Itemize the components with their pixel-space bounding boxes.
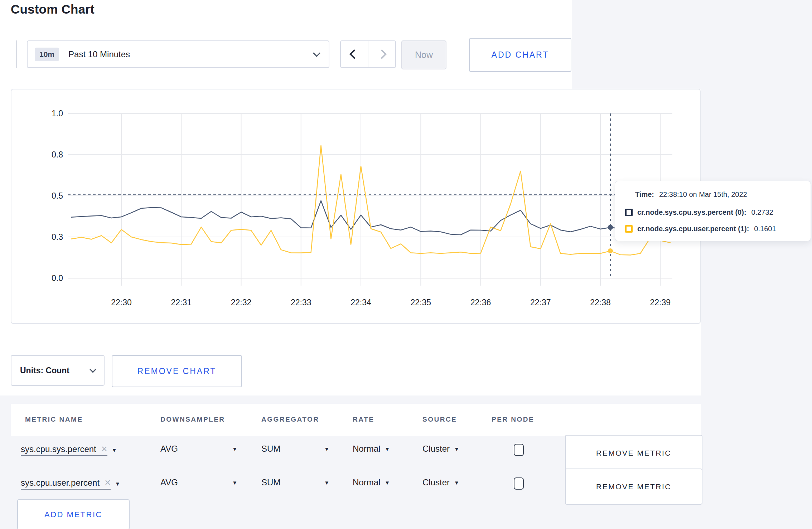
time-step-buttons bbox=[340, 40, 396, 68]
source-select[interactable]: Cluster ▼ bbox=[422, 477, 459, 487]
time-range-select[interactable]: 10m Past 10 Minutes bbox=[27, 40, 329, 68]
caret-down-icon: ▼ bbox=[385, 480, 390, 486]
metric-name: sys.cpu.sys.percent bbox=[21, 444, 96, 454]
units-select[interactable]: Units: Count bbox=[11, 355, 105, 386]
caret-down-icon: ▼ bbox=[232, 446, 237, 452]
aggregator-select[interactable]: SUM ▼ bbox=[261, 444, 329, 454]
tooltip-time-label: Time: bbox=[635, 190, 654, 199]
time-range-label: Past 10 Minutes bbox=[68, 49, 130, 59]
chevron-right-icon bbox=[377, 49, 387, 59]
metric-row: sys.cpu.sys.percent × ▼ AVG ▼ SUM ▼ Norm… bbox=[11, 434, 701, 467]
chevron-down-icon bbox=[313, 49, 320, 57]
aggregator-value: SUM bbox=[261, 477, 280, 487]
caret-down-icon: ▼ bbox=[112, 447, 117, 453]
downsampler-select[interactable]: AVG ▼ bbox=[160, 477, 237, 487]
caret-down-icon: ▼ bbox=[115, 481, 120, 487]
now-button[interactable]: Now bbox=[401, 40, 446, 69]
table-header-aggregator: AGGREGATOR bbox=[261, 416, 319, 423]
custom-chart-page: Custom Chart 10m Past 10 Minutes Now ADD… bbox=[0, 0, 812, 529]
toolbar-divider bbox=[16, 40, 17, 68]
rate-select[interactable]: Normal ▼ bbox=[353, 477, 390, 487]
remove-chart-button[interactable]: REMOVE CHART bbox=[112, 355, 242, 387]
downsampler-select[interactable]: AVG ▼ bbox=[160, 444, 237, 454]
source-select[interactable]: Cluster ▼ bbox=[422, 444, 459, 454]
metrics-table-header: METRIC NAME DOWNSAMPLER AGGREGATOR RATE … bbox=[11, 404, 701, 436]
downsampler-value: AVG bbox=[160, 444, 178, 454]
table-header-source: SOURCE bbox=[422, 416, 457, 423]
rate-value: Normal bbox=[353, 444, 380, 454]
metric-name-select[interactable]: sys.cpu.sys.percent × ▼ bbox=[21, 444, 117, 456]
next-time-button[interactable] bbox=[368, 41, 395, 67]
units-label: Units: Count bbox=[20, 366, 69, 375]
series-swatch-sys bbox=[625, 209, 633, 216]
caret-down-icon: ▼ bbox=[324, 480, 329, 486]
tooltip-series-value: 0.1601 bbox=[754, 225, 776, 233]
table-header-per-node: PER NODE bbox=[492, 416, 534, 423]
rate-value: Normal bbox=[353, 477, 380, 487]
tooltip-series-label: cr.node.sys.cpu.sys.percent (0): bbox=[637, 208, 746, 217]
chevron-down-icon bbox=[90, 366, 96, 373]
rate-select[interactable]: Normal ▼ bbox=[353, 444, 390, 454]
table-header-metric-name: METRIC NAME bbox=[25, 416, 83, 423]
tooltip-series-row: cr.node.sys.cpu.sys.percent (0): 0.2732 bbox=[625, 208, 773, 217]
per-node-checkbox[interactable] bbox=[514, 444, 524, 456]
metric-name-select[interactable]: sys.cpu.user.percent × ▼ bbox=[21, 477, 120, 490]
metric-row: sys.cpu.user.percent × ▼ AVG ▼ SUM ▼ Nor… bbox=[11, 467, 701, 501]
tooltip-series-label: cr.node.sys.cpu.user.percent (1): bbox=[637, 225, 749, 233]
caret-down-icon: ▼ bbox=[454, 446, 459, 452]
table-header-rate: RATE bbox=[353, 416, 374, 423]
time-range-badge: 10m bbox=[35, 48, 59, 61]
caret-down-icon: ▼ bbox=[454, 480, 459, 486]
chart-tooltip: Time: 22:38:10 on Mar 15th, 2022 cr.node… bbox=[615, 181, 811, 241]
tooltip-series-value: 0.2732 bbox=[751, 208, 773, 217]
remove-metric-button[interactable]: REMOVE METRIC bbox=[565, 435, 702, 471]
tooltip-series-row: cr.node.sys.cpu.user.percent (1): 0.1601 bbox=[625, 225, 776, 233]
page-title: Custom Chart bbox=[11, 2, 95, 16]
prev-time-button[interactable] bbox=[341, 41, 368, 67]
remove-x-icon[interactable]: × bbox=[101, 444, 107, 454]
aggregator-select[interactable]: SUM ▼ bbox=[261, 477, 329, 487]
source-value: Cluster bbox=[422, 444, 450, 454]
per-node-checkbox[interactable] bbox=[514, 477, 524, 490]
caret-down-icon: ▼ bbox=[232, 480, 237, 486]
table-header-downsampler: DOWNSAMPLER bbox=[160, 416, 225, 423]
metric-name: sys.cpu.user.percent bbox=[21, 478, 100, 488]
remove-metric-button[interactable]: REMOVE METRIC bbox=[565, 469, 702, 505]
tooltip-time-value: 22:38:10 on Mar 15th, 2022 bbox=[659, 190, 747, 199]
add-chart-button[interactable]: ADD CHART bbox=[469, 38, 571, 72]
chevron-left-icon bbox=[349, 49, 359, 59]
add-metric-button[interactable]: ADD METRIC bbox=[17, 499, 130, 529]
tooltip-time-row: Time: 22:38:10 on Mar 15th, 2022 bbox=[635, 190, 747, 199]
series-swatch-user bbox=[625, 225, 633, 233]
aggregator-value: SUM bbox=[261, 444, 280, 454]
downsampler-value: AVG bbox=[160, 477, 178, 487]
caret-down-icon: ▼ bbox=[385, 446, 390, 452]
chart-panel[interactable] bbox=[11, 89, 701, 324]
caret-down-icon: ▼ bbox=[324, 446, 329, 452]
source-value: Cluster bbox=[422, 477, 450, 487]
remove-x-icon[interactable]: × bbox=[105, 477, 111, 488]
